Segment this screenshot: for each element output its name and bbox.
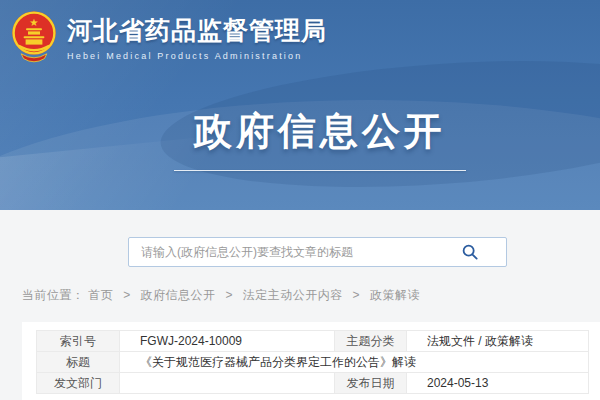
site-logo[interactable]: ★ 河北省药品监督管理局 Hebei Medical Products Admi… bbox=[10, 9, 327, 65]
publish-date-value: 2024-05-13 bbox=[407, 373, 589, 394]
issuing-department-value bbox=[120, 373, 335, 394]
table-row: 索引号 FGWJ-2024-10009 主题分类 法规文件 / 政策解读 bbox=[37, 331, 589, 352]
topic-category-value: 法规文件 / 政策解读 bbox=[407, 331, 589, 352]
breadcrumb-prefix: 当前位置： bbox=[22, 288, 85, 302]
index-number-label: 索引号 bbox=[37, 331, 120, 352]
search-icon bbox=[461, 243, 479, 261]
banner: 政府信息公开 bbox=[0, 106, 600, 171]
breadcrumb-item-statutory-disclosure[interactable]: 法定主动公开内容 bbox=[243, 288, 343, 302]
breadcrumb-separator: > bbox=[225, 288, 233, 302]
org-names: 河北省药品监督管理局 Hebei Medical Products Admini… bbox=[67, 14, 327, 61]
breadcrumb: 当前位置： 首页 > 政府信息公开 > 法定主动公开内容 > 政策解读 bbox=[22, 287, 420, 304]
index-number-value: FGWJ-2024-10009 bbox=[120, 331, 335, 352]
page: ★ 河北省药品监督管理局 Hebei Medical Products Admi… bbox=[0, 0, 600, 400]
title-value: 《关于规范医疗器械产品分类界定工作的公告》解读 bbox=[120, 352, 589, 373]
search-bar bbox=[128, 237, 507, 267]
issuing-department-label: 发文部门 bbox=[37, 373, 120, 394]
publish-date-label: 发布日期 bbox=[335, 373, 407, 394]
table-row: 发文部门 发布日期 2024-05-13 bbox=[37, 373, 589, 394]
content-area: 当前位置： 首页 > 政府信息公开 > 法定主动公开内容 > 政策解读 索引号 … bbox=[0, 210, 600, 400]
banner-underline bbox=[174, 170, 466, 171]
breadcrumb-separator: > bbox=[123, 288, 131, 302]
topic-category-label: 主题分类 bbox=[335, 331, 407, 352]
search-button[interactable] bbox=[457, 240, 483, 264]
site-header: ★ 河北省药品监督管理局 Hebei Medical Products Admi… bbox=[0, 0, 600, 210]
detail-table: 索引号 FGWJ-2024-10009 主题分类 法规文件 / 政策解读 标题 … bbox=[36, 330, 589, 394]
org-name-cn: 河北省药品监督管理局 bbox=[67, 14, 327, 47]
breadcrumb-item-policy-interpretation[interactable]: 政策解读 bbox=[370, 288, 420, 302]
breadcrumb-item-home[interactable]: 首页 bbox=[88, 288, 113, 302]
national-emblem-icon: ★ bbox=[10, 9, 58, 65]
org-name-en: Hebei Medical Products Administration bbox=[67, 51, 327, 61]
table-row: 标题 《关于规范医疗器械产品分类界定工作的公告》解读 bbox=[37, 352, 589, 373]
search-input[interactable] bbox=[128, 237, 507, 267]
breadcrumb-item-gov-info[interactable]: 政府信息公开 bbox=[141, 288, 216, 302]
breadcrumb-separator: > bbox=[353, 288, 361, 302]
detail-card: 索引号 FGWJ-2024-10009 主题分类 法规文件 / 政策解读 标题 … bbox=[22, 322, 600, 400]
title-label: 标题 bbox=[37, 352, 120, 373]
svg-text:★: ★ bbox=[29, 17, 38, 28]
page-title: 政府信息公开 bbox=[40, 106, 600, 157]
